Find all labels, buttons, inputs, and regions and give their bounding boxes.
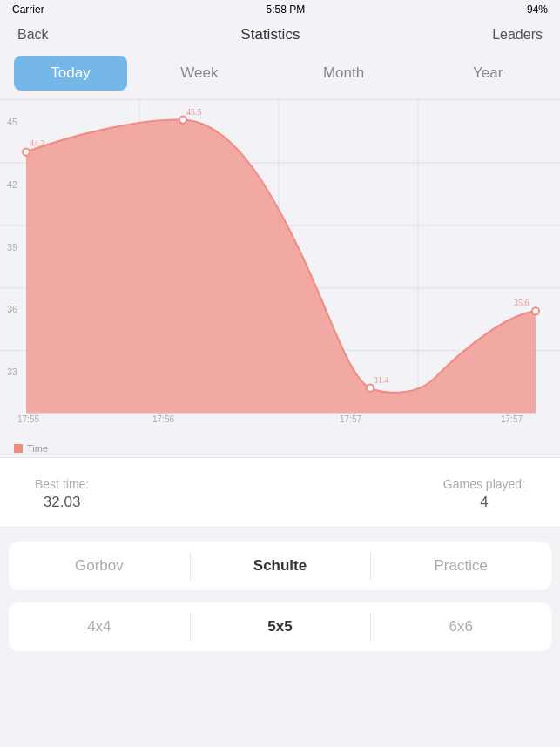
tab-schulte[interactable]: Schulte bbox=[190, 542, 371, 590]
svg-text:39: 39 bbox=[7, 241, 17, 252]
svg-text:17:56: 17:56 bbox=[152, 414, 174, 424]
svg-text:45.5: 45.5 bbox=[186, 107, 201, 117]
status-bar: Carrier 5:58 PM 94% bbox=[0, 0, 560, 19]
tab-practice[interactable]: Practice bbox=[370, 542, 551, 590]
tab-month[interactable]: Month bbox=[272, 64, 416, 82]
tab-gorbov[interactable]: Gorbov bbox=[9, 542, 190, 590]
svg-text:42: 42 bbox=[7, 179, 17, 190]
game-type-tab-row: Gorbov Schulte Practice bbox=[9, 542, 551, 590]
chart-container: 45 42 39 36 33 17:55 17:56 17:57 17:57 4… bbox=[0, 100, 560, 457]
chart-legend: Time bbox=[14, 443, 48, 454]
svg-text:35.6: 35.6 bbox=[514, 298, 529, 307]
best-time-label: Best time: bbox=[35, 477, 89, 491]
svg-point-17 bbox=[23, 148, 30, 155]
svg-text:17:57: 17:57 bbox=[501, 414, 523, 424]
tab-year[interactable]: Year bbox=[415, 64, 560, 82]
svg-text:17:55: 17:55 bbox=[17, 414, 39, 424]
tab-4x4[interactable]: 4x4 bbox=[9, 602, 190, 651]
svg-text:17:57: 17:57 bbox=[340, 414, 361, 424]
svg-text:44.2: 44.2 bbox=[30, 138, 44, 148]
grid-size-tab-row: 4x4 5x5 6x6 bbox=[9, 602, 551, 651]
stats-section: Best time: 32.03 Games played: 4 bbox=[0, 457, 560, 528]
tab-5x5[interactable]: 5x5 bbox=[190, 602, 371, 651]
battery-label: 94% bbox=[527, 3, 548, 16]
carrier-label: Carrier bbox=[12, 3, 44, 16]
svg-text:45: 45 bbox=[7, 117, 17, 127]
leaders-button[interactable]: Leaders bbox=[492, 27, 543, 43]
chart-svg: 45 42 39 36 33 17:55 17:56 17:57 17:57 4… bbox=[0, 100, 560, 431]
legend-label-time: Time bbox=[27, 443, 48, 454]
svg-text:36: 36 bbox=[7, 304, 17, 314]
tab-6x6[interactable]: 6x6 bbox=[370, 602, 551, 651]
games-played-label: Games played: bbox=[443, 477, 525, 491]
svg-text:33: 33 bbox=[7, 367, 17, 377]
games-played-block: Games played: 4 bbox=[443, 477, 525, 511]
nav-bar: Back Statistics Leaders bbox=[0, 19, 560, 50]
svg-point-23 bbox=[532, 307, 539, 314]
back-button[interactable]: Back bbox=[17, 27, 49, 43]
tab-today[interactable]: Today bbox=[14, 56, 127, 91]
legend-dot-time bbox=[14, 444, 23, 453]
games-played-value: 4 bbox=[443, 494, 525, 511]
tab-week[interactable]: Week bbox=[127, 64, 272, 82]
chart-inner: 45 42 39 36 33 17:55 17:56 17:57 17:57 4… bbox=[0, 100, 560, 457]
period-tab-bar: Today Week Month Year bbox=[0, 50, 560, 100]
time-label: 5:58 PM bbox=[266, 3, 305, 16]
svg-point-21 bbox=[367, 385, 374, 392]
best-time-block: Best time: 32.03 bbox=[35, 477, 89, 511]
page-title: Statistics bbox=[240, 26, 300, 44]
svg-point-19 bbox=[179, 116, 186, 123]
best-time-value: 32.03 bbox=[35, 494, 89, 511]
bottom-section: Gorbov Schulte Practice 4x4 5x5 6x6 bbox=[0, 528, 560, 651]
svg-text:31.4: 31.4 bbox=[374, 374, 388, 384]
